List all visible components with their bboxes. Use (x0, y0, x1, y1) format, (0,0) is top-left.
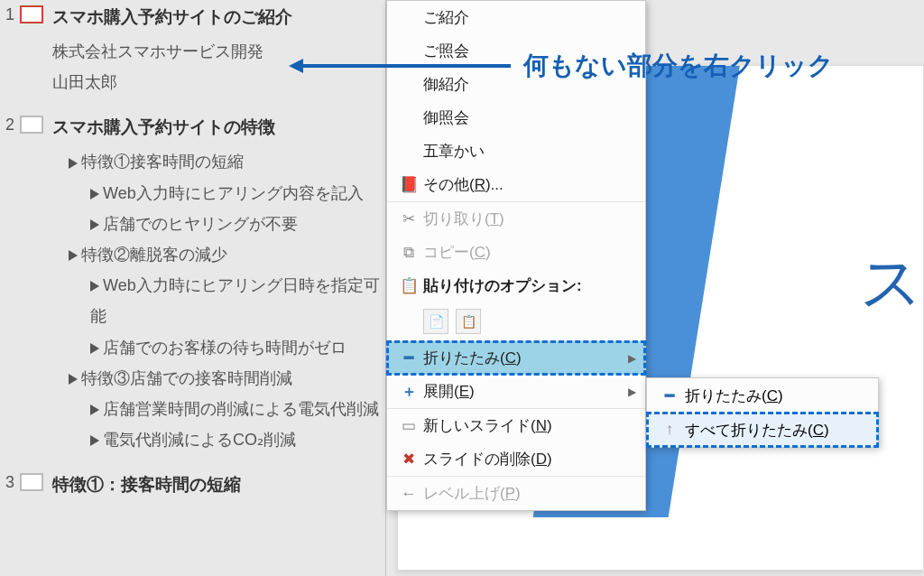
chevron-right-icon: ▶ (623, 386, 636, 398)
bullet-icon (69, 158, 78, 169)
book-icon: 📕 (394, 175, 423, 194)
ime-candidate[interactable]: 御紹介 (387, 68, 645, 101)
outline-line[interactable]: Web入力時にヒアリング内容を記入 (52, 178, 385, 209)
collapse-all-icon: ↑ (654, 421, 685, 439)
minus-icon: ━ (654, 386, 685, 405)
slide-title[interactable]: スマホ購入予約サイトの特徴 (52, 116, 275, 139)
collapse-submenu: ━ 折りたたみ(C) ↑ すべて折りたたみ(C) (646, 377, 879, 448)
slide-thumb-icon (20, 473, 43, 491)
menu-collapse[interactable]: ━ 折りたたみ(C) ▶ (387, 341, 645, 375)
scissors-icon: ✂ (394, 209, 423, 228)
slide-number: 1 (0, 5, 14, 24)
outline-line[interactable]: 特徴③店舗での接客時間削減 (52, 363, 385, 394)
slide-thumb-icon (20, 5, 43, 23)
outline-line[interactable]: 店舗でのお客様の待ち時間がゼロ (52, 332, 385, 363)
outline-line[interactable]: 特徴①接客時間の短縮 (52, 146, 385, 177)
outline-pane: 1 スマホ購入予約サイトのご紹介 株式会社スマホサービス開発 山田太郎 2 スマ… (0, 0, 386, 576)
ime-candidate[interactable]: 五章かい (387, 135, 645, 168)
outline-line[interactable]: 店舗でのヒヤリングが不要 (52, 209, 385, 239)
menu-promote: ← レベル上げ(P) (387, 477, 645, 510)
menu-delete-slide[interactable]: ✖ スライドの削除(D) (387, 442, 645, 476)
bullet-icon (90, 343, 99, 354)
menu-expand[interactable]: ＋ 展開(E) ▶ (387, 375, 645, 408)
minus-icon: ━ (394, 348, 423, 367)
outline-line[interactable]: 特徴②離脱客の減少 (52, 239, 385, 270)
bullet-icon (90, 189, 99, 200)
context-menu: ご紹介 ご照会 御紹介 御照会 五章かい 📕 その他(R)... ✂ 切り取り(… (386, 0, 646, 511)
outline-line[interactable]: Web入力時にヒアリング日時を指定可能 (52, 270, 385, 331)
slide-title[interactable]: スマホ購入予約サイトのご紹介 (52, 5, 292, 29)
submenu-collapse[interactable]: ━ 折りたたみ(C) (647, 378, 878, 413)
delete-slide-icon: ✖ (394, 450, 423, 469)
bullet-icon (90, 404, 99, 415)
outline-slide-3[interactable]: 3 特徴①：接客時間の短縮 (0, 471, 385, 504)
copy-icon: ⧉ (394, 244, 423, 262)
slide-title-fragment: ス (860, 242, 923, 324)
bullet-icon (69, 250, 78, 261)
new-slide-icon: ▭ (394, 416, 423, 435)
ime-candidate[interactable]: ご紹介 (387, 1, 645, 34)
menu-copy: ⧉ コピー(C) (387, 236, 645, 269)
menu-new-slide[interactable]: ▭ 新しいスライド(N) (387, 409, 645, 442)
outline-line[interactable]: 株式会社スマホサービス開発 (52, 36, 385, 67)
bullet-icon (90, 219, 99, 230)
bullet-icon (90, 281, 99, 292)
paste-option-icon[interactable]: 📋 (456, 309, 481, 334)
chevron-right-icon: ▶ (623, 352, 636, 365)
outline-line[interactable]: 山田太郎 (52, 67, 385, 98)
paste-option-icon[interactable]: 📄 (423, 309, 448, 334)
bullet-icon (90, 435, 99, 446)
outline-line[interactable]: 店舗営業時間の削減による電気代削減 (52, 394, 385, 424)
ime-candidate[interactable]: ご照会 (387, 34, 645, 68)
outline-line[interactable]: 電気代削減によるCO₂削減 (52, 424, 385, 455)
paste-options-row: 📄 📋 (387, 302, 645, 340)
menu-paste-options: 📋 貼り付けのオプション: (387, 269, 645, 302)
outline-slide-2[interactable]: 2 スマホ購入予約サイトの特徴 特徴①接客時間の短縮 Web入力時にヒアリング内… (0, 114, 385, 455)
bullet-icon (69, 374, 78, 385)
plus-icon: ＋ (394, 381, 423, 402)
menu-cut: ✂ 切り取り(T) (387, 202, 645, 236)
promote-icon: ← (394, 485, 423, 503)
slide-number: 2 (0, 116, 14, 135)
ime-candidate[interactable]: 御照会 (387, 101, 645, 135)
ime-other[interactable]: 📕 その他(R)... (387, 168, 645, 201)
outline-slide-1[interactable]: 1 スマホ購入予約サイトのご紹介 株式会社スマホサービス開発 山田太郎 (0, 4, 385, 98)
slide-number: 3 (0, 473, 14, 492)
slide-title[interactable]: 特徴①：接客時間の短縮 (52, 473, 241, 497)
submenu-collapse-all[interactable]: ↑ すべて折りたたみ(C) (647, 413, 878, 447)
slide-thumb-icon (20, 116, 43, 134)
clipboard-icon: 📋 (394, 276, 423, 295)
